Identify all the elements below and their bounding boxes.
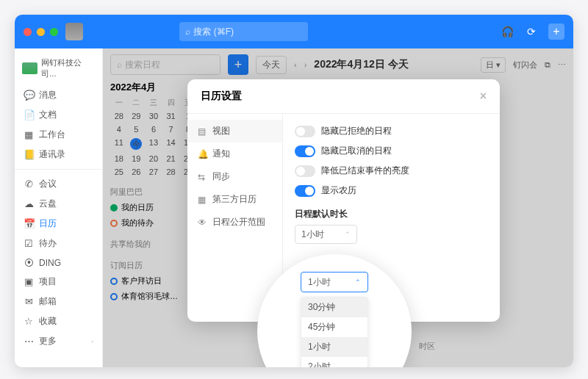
duration-value-zoom: 1小时 <box>308 276 331 289</box>
sidebar-item-云盘[interactable]: ☁云盘 <box>15 194 102 214</box>
nav-label: 会议 <box>39 178 57 190</box>
nav-icon: ☑ <box>24 238 34 249</box>
tab-label: 通知 <box>212 148 230 160</box>
tab-icon: ⇆ <box>198 172 207 182</box>
nav-icon: ▦ <box>24 129 34 140</box>
sidebar-item-文档[interactable]: 📄文档 <box>15 105 102 125</box>
tab-icon: ▤ <box>198 126 207 137</box>
app-window: ⌕ 搜索 (⌘F) 🎧 ⟳ + 网钉科技公司... 💬消息📄文档▦工作台📒通讯录… <box>15 15 573 367</box>
sidebar-item-日历[interactable]: 📅日历 <box>15 214 102 234</box>
close-icon[interactable]: × <box>480 90 487 103</box>
sidebar-item-项目[interactable]: ▣项目 <box>15 272 102 292</box>
duration-option[interactable]: 30分钟 <box>301 297 368 317</box>
nav-label: 待办 <box>39 237 57 250</box>
titlebar: ⌕ 搜索 (⌘F) 🎧 ⟳ + <box>15 15 573 48</box>
nav-label: DING <box>39 258 61 268</box>
nav-icon: ✉ <box>24 296 34 307</box>
search-placeholder: 搜索 (⌘F) <box>193 26 234 38</box>
nav-icon: ✆ <box>24 178 34 190</box>
sidebar-item-邮箱[interactable]: ✉邮箱 <box>15 292 102 311</box>
sidebar-item-会议[interactable]: ✆会议 <box>15 174 102 194</box>
org-avatar <box>22 62 37 74</box>
sidebar-item-收藏[interactable]: ☆收藏 <box>15 311 102 331</box>
nav-icon: 📒 <box>24 149 34 160</box>
duration-section-label: 日程默认时长 <box>295 208 488 220</box>
sidebar-item-工作台[interactable]: ▦工作台 <box>15 125 102 145</box>
timezone-label: 时区 <box>419 341 435 352</box>
tab-icon: ▦ <box>198 195 207 205</box>
tab-label: 同步 <box>212 170 230 183</box>
nav-icon: ☁ <box>24 198 34 209</box>
sidebar-item-消息[interactable]: 💬消息 <box>15 85 102 105</box>
nav-label: 邮箱 <box>39 295 57 308</box>
traffic-lights <box>24 28 58 36</box>
compose-button[interactable]: + <box>548 24 564 40</box>
duration-option[interactable]: 1小时 <box>301 337 368 357</box>
toggle-switch[interactable] <box>295 145 315 157</box>
nav-icon: ▣ <box>24 276 34 287</box>
global-search[interactable]: ⌕ 搜索 (⌘F) <box>179 22 308 41</box>
nav-label: 项目 <box>39 275 57 288</box>
nav-icon: 📅 <box>24 218 34 229</box>
nav-label: 更多 <box>39 335 57 347</box>
chevron-icon: ⌃ <box>345 231 351 238</box>
nav-icon: ☆ <box>24 316 34 327</box>
nav-icon: 📄 <box>24 109 34 120</box>
toggle-switch[interactable] <box>295 185 315 197</box>
org-name: 网钉科技公司... <box>41 57 95 79</box>
sidebar: 网钉科技公司... 💬消息📄文档▦工作台📒通讯录 ✆会议☁云盘📅日历☑待办⦿DI… <box>15 48 103 367</box>
settings-tab-同步[interactable]: ⇆同步 <box>187 165 282 188</box>
sidebar-item-更多[interactable]: ⋯更多› <box>15 331 102 351</box>
nav-icon: 💬 <box>24 90 34 101</box>
sidebar-item-通讯录[interactable]: 📒通讯录 <box>15 145 102 165</box>
avatar[interactable] <box>65 23 83 40</box>
duration-option[interactable]: 45分钟 <box>301 317 368 337</box>
duration-option[interactable]: 2小时 <box>301 357 368 367</box>
minimize-dot[interactable] <box>37 28 45 36</box>
search-icon: ⌕ <box>185 26 190 37</box>
tab-label: 第三方日历 <box>212 193 257 206</box>
modal-title: 日历设置 <box>201 90 242 103</box>
settings-tab-通知[interactable]: 🔔通知 <box>187 142 282 165</box>
nav-label: 文档 <box>39 109 57 121</box>
sidebar-item-DING[interactable]: ⦿DING <box>15 253 102 272</box>
tab-label: 日程公开范围 <box>212 216 265 228</box>
nav-label: 消息 <box>39 89 57 101</box>
toggle-switch[interactable] <box>295 126 315 137</box>
switch-label: 显示农历 <box>321 184 356 197</box>
nav-label: 通讯录 <box>39 148 65 161</box>
chevron-up-icon: ⌃ <box>355 278 361 286</box>
headset-icon[interactable]: 🎧 <box>501 25 514 38</box>
close-dot[interactable] <box>24 28 32 36</box>
duration-select[interactable]: 1小时 ⌃ <box>295 225 357 244</box>
duration-select-zoomed[interactable]: 1小时 ⌃ <box>301 272 368 292</box>
zoom-dot[interactable] <box>50 28 58 36</box>
nav-icon: ⦿ <box>24 257 34 268</box>
nav-label: 收藏 <box>39 315 57 328</box>
tab-label: 视图 <box>212 125 230 137</box>
org-selector[interactable]: 网钉科技公司... <box>15 54 102 85</box>
nav-icon: ⋯ <box>24 336 34 347</box>
tab-icon: 👁 <box>198 217 207 228</box>
duration-value: 1小时 <box>301 228 324 241</box>
nav-label: 工作台 <box>39 129 65 141</box>
switch-label: 隐藏已拒绝的日程 <box>321 125 392 137</box>
toggle-switch[interactable] <box>295 165 315 177</box>
duration-options: 30分钟45分钟1小时2小时3小时 <box>301 297 368 367</box>
settings-tab-日程公开范围[interactable]: 👁日程公开范围 <box>187 211 282 234</box>
tab-icon: 🔔 <box>198 149 207 159</box>
nav-label: 日历 <box>39 217 57 230</box>
settings-tab-第三方日历[interactable]: ▦第三方日历 <box>187 188 282 211</box>
history-icon[interactable]: ⟳ <box>525 25 538 38</box>
switch-label: 隐藏已取消的日程 <box>321 145 392 157</box>
settings-tab-视图[interactable]: ▤视图 <box>187 120 282 142</box>
sidebar-item-待办[interactable]: ☑待办 <box>15 234 102 253</box>
switch-label: 降低已结束事件的亮度 <box>321 165 409 177</box>
nav-label: 云盘 <box>39 198 57 210</box>
